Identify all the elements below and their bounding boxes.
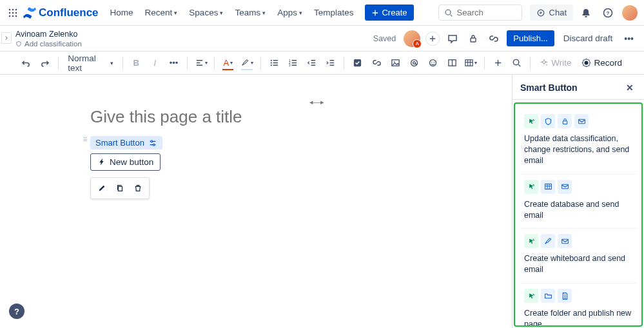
find-icon[interactable] — [509, 54, 525, 72]
cursor-icon — [524, 234, 538, 248]
indent-icon[interactable] — [322, 54, 338, 72]
page-title-input[interactable] — [90, 107, 486, 127]
nav-link-apps[interactable]: Apps▾ — [272, 4, 307, 21]
italic-icon[interactable]: I — [147, 54, 163, 72]
search-box[interactable] — [438, 5, 522, 21]
edit-icon[interactable] — [93, 180, 110, 197]
chat-icon — [536, 8, 545, 17]
nav-link-templates[interactable]: Templates — [309, 4, 359, 21]
editor-avatar[interactable] — [404, 30, 420, 47]
table-icon[interactable]: ▾ — [463, 54, 479, 72]
nav-link-spaces[interactable]: Spaces▾ — [184, 4, 228, 21]
search-icon — [444, 8, 453, 17]
create-button-label: Create — [382, 8, 407, 17]
align-icon[interactable]: ▾ — [193, 54, 209, 72]
template-option[interactable]: Update data classification, change restr… — [520, 109, 636, 175]
expand-sidebar-button[interactable] — [1, 32, 12, 44]
profile-avatar[interactable] — [621, 4, 639, 22]
record-button[interactable]: Record — [578, 55, 626, 70]
pen-icon — [541, 234, 555, 248]
notifications-icon[interactable] — [577, 4, 595, 22]
smart-button-chip[interactable]: Smart Button — [90, 136, 162, 150]
emoji-icon[interactable] — [425, 54, 441, 72]
more-actions-icon[interactable]: ••• — [621, 31, 636, 46]
ai-write-button[interactable]: Write — [536, 55, 575, 70]
shield-icon — [15, 41, 22, 47]
add-classification-button[interactable]: Add classification — [15, 40, 82, 48]
number-list-icon[interactable] — [285, 54, 301, 72]
app-switcher-icon[interactable] — [5, 5, 21, 21]
highlight-icon[interactable]: ▾ — [239, 54, 255, 72]
close-panel-icon[interactable]: ✕ — [623, 81, 636, 94]
outdent-icon[interactable] — [304, 54, 320, 72]
sliders-icon — [148, 139, 157, 148]
chevron-down-icon: ▾ — [299, 10, 302, 16]
page-header: Avinoam Zelenko Add classification Saved… — [0, 26, 644, 52]
nav-link-teams[interactable]: Teams▾ — [229, 4, 271, 21]
bullet-list-icon[interactable] — [266, 54, 282, 72]
table-icon — [541, 180, 555, 194]
image-icon[interactable] — [387, 54, 404, 72]
editor-canvas[interactable]: ◂—▸ ⠿ Smart Button New button — [0, 75, 512, 328]
new-button-label: New button — [110, 157, 153, 167]
resize-handle-icon[interactable]: ◂—▸ — [309, 98, 324, 106]
mail-icon — [558, 234, 572, 248]
delete-icon[interactable] — [130, 180, 146, 197]
template-description: Create folder and publish new page — [524, 308, 632, 327]
chevron-down-icon: ▾ — [174, 10, 177, 16]
template-option[interactable]: Create folder and publish new page — [520, 284, 636, 327]
element-floating-toolbar — [90, 177, 150, 199]
restrictions-icon[interactable] — [465, 31, 481, 46]
bold-icon[interactable]: B — [128, 54, 144, 72]
page-owner: Avinoam Zelenko — [15, 30, 82, 39]
invite-button[interactable] — [425, 32, 440, 46]
nav-link-home[interactable]: Home — [105, 4, 139, 21]
text-style-select[interactable]: Normal text▾ — [64, 51, 117, 75]
search-input[interactable] — [457, 8, 516, 17]
save-status: Saved — [373, 34, 396, 43]
mail-icon — [574, 114, 589, 128]
undo-icon[interactable] — [18, 54, 34, 72]
drag-handle-icon[interactable]: ⠿ — [83, 139, 88, 142]
help-icon[interactable] — [599, 4, 617, 22]
editor-toolbar: Normal text▾ B I ••• ▾ A▾ ▾ ▾ Write Reco… — [0, 52, 644, 75]
mention-icon[interactable] — [406, 54, 422, 72]
chat-label: Chat — [549, 8, 567, 17]
template-description: Update data classification, change restr… — [524, 133, 632, 166]
plus-icon — [371, 9, 379, 17]
link-icon[interactable] — [369, 54, 385, 72]
chat-button[interactable]: Chat — [530, 5, 573, 21]
panel-title: Smart Button — [520, 82, 578, 93]
publish-button[interactable]: Publish... — [507, 30, 554, 46]
folder-icon — [541, 289, 555, 303]
redo-icon[interactable] — [37, 54, 53, 72]
comments-icon[interactable] — [445, 31, 460, 46]
template-option[interactable]: Create whiteboard and send email — [520, 229, 636, 284]
nav-links: HomeRecent▾Spaces▾Teams▾Apps▾Templates — [105, 4, 359, 21]
help-fab-button[interactable]: ? — [9, 304, 24, 319]
discard-draft-button[interactable]: Discard draft — [560, 31, 617, 46]
mail-icon — [558, 180, 572, 194]
new-button-element[interactable]: New button — [90, 153, 161, 171]
chevron-down-icon: ▾ — [262, 10, 266, 16]
more-format-icon[interactable]: ••• — [166, 54, 182, 72]
top-nav: Confluence HomeRecent▾Spaces▾Teams▾Apps▾… — [0, 0, 644, 26]
copy-icon[interactable] — [112, 180, 128, 197]
text-color-icon[interactable]: A▾ — [220, 54, 236, 72]
cursor-icon — [524, 114, 538, 128]
create-button[interactable]: Create — [365, 5, 413, 21]
chip-label: Smart Button — [95, 138, 144, 148]
product-name: Confluence — [39, 6, 99, 19]
page-icon — [558, 289, 572, 303]
product-logo[interactable]: Confluence — [23, 6, 99, 19]
action-item-icon[interactable] — [349, 54, 366, 72]
template-option[interactable]: Create database and send email — [520, 175, 636, 229]
nav-link-recent[interactable]: Recent▾ — [140, 4, 183, 21]
insert-icon[interactable] — [490, 54, 506, 72]
cursor-icon — [524, 289, 538, 303]
zap-icon — [97, 158, 106, 166]
layout-icon[interactable] — [444, 54, 460, 72]
copy-link-icon[interactable] — [486, 31, 502, 46]
lock-icon — [558, 114, 572, 128]
panel-body: Update data classification, change restr… — [514, 102, 643, 327]
